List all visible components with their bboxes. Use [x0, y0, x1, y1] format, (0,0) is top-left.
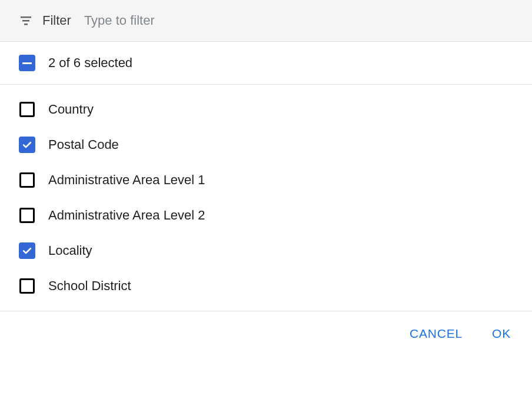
option-row-postal-code[interactable]: Postal Code — [0, 127, 532, 162]
ok-button[interactable]: OK — [490, 323, 513, 344]
svg-rect-1 — [22, 20, 29, 22]
checkbox-postal-code[interactable] — [19, 137, 35, 153]
option-label: School District — [48, 278, 131, 294]
checkbox-unchecked-icon — [19, 278, 35, 294]
checkbox-country[interactable] — [19, 101, 35, 118]
cancel-button[interactable]: CANCEL — [407, 323, 465, 344]
option-row-admin-area-2[interactable]: Administrative Area Level 2 — [0, 198, 532, 233]
option-label: Administrative Area Level 2 — [48, 208, 205, 223]
select-all-row[interactable]: 2 of 6 selected — [0, 42, 532, 85]
checkbox-checked-icon — [19, 137, 35, 153]
option-label: Locality — [48, 243, 92, 258]
checkbox-school-district[interactable] — [19, 278, 35, 294]
dialog-actions: CANCEL OK — [0, 311, 532, 356]
filter-list-icon — [19, 14, 33, 28]
svg-rect-2 — [24, 24, 28, 25]
checkbox-admin-area-2[interactable] — [19, 207, 35, 224]
option-row-admin-area-1[interactable]: Administrative Area Level 1 — [0, 162, 532, 198]
option-label: Country — [48, 102, 94, 117]
option-label: Administrative Area Level 1 — [48, 172, 205, 188]
option-row-country[interactable]: Country — [0, 92, 532, 127]
checkbox-admin-area-1[interactable] — [19, 172, 35, 188]
option-row-school-district[interactable]: School District — [0, 268, 532, 304]
filter-label: Filter — [42, 13, 71, 28]
checkbox-unchecked-icon — [19, 208, 35, 223]
checkbox-unchecked-icon — [19, 102, 35, 117]
select-all-checkbox[interactable] — [19, 55, 35, 71]
options-list: Country Postal Code Administrative Area … — [0, 85, 532, 311]
checkbox-unchecked-icon — [19, 172, 35, 188]
svg-rect-0 — [21, 16, 31, 18]
checkbox-indeterminate-icon — [19, 55, 35, 71]
filter-bar: Filter — [0, 0, 532, 42]
option-label: Postal Code — [48, 137, 119, 152]
filter-input[interactable] — [84, 13, 513, 28]
checkbox-checked-icon — [19, 242, 35, 259]
selection-summary: 2 of 6 selected — [48, 55, 132, 71]
checkbox-locality[interactable] — [19, 242, 35, 259]
option-row-locality[interactable]: Locality — [0, 233, 532, 268]
